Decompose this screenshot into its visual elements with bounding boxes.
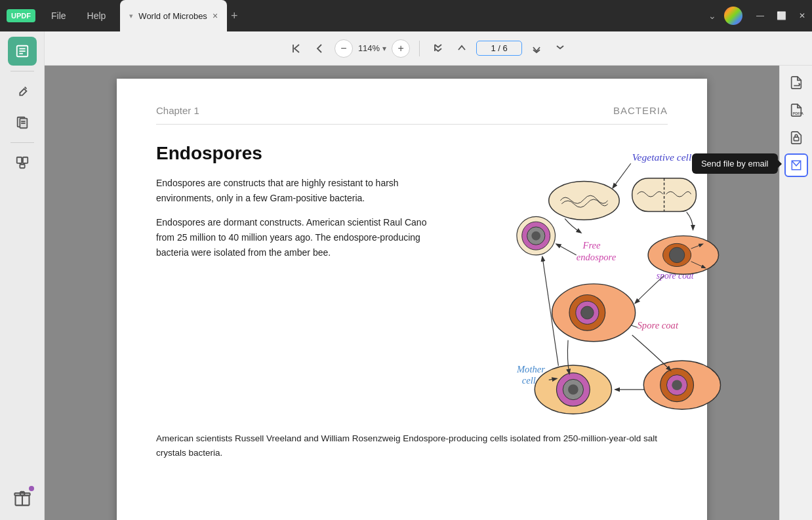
tab-bar: ▾ World of Microbes × + <box>120 0 703 31</box>
zoom-out-button[interactable]: − <box>335 39 353 58</box>
pdfa-icon: PDF/A <box>789 103 803 117</box>
left-sidebar <box>0 31 45 520</box>
protect-button[interactable] <box>784 126 808 150</box>
file-menu[interactable]: File <box>42 7 75 25</box>
protect-icon <box>789 130 803 145</box>
page-down-icon <box>531 43 542 54</box>
paragraph-3: American scientists Russell Vreeland and… <box>156 431 668 461</box>
scroll-up-icon <box>433 43 443 54</box>
prev-page-icon <box>315 43 325 54</box>
svg-rect-11 <box>20 165 24 169</box>
toolbar: − 114% ▾ + 1 / <box>45 31 812 66</box>
zoom-dropdown-arrow[interactable]: ▾ <box>382 44 386 53</box>
app-logo: UPDF <box>0 0 42 31</box>
page-content: Endospores Endospores are constructs tha… <box>156 143 668 421</box>
svg-text:Spore coat: Spore coat <box>638 320 679 330</box>
svg-line-28 <box>556 244 576 255</box>
maximize-button[interactable]: ⬜ <box>771 6 791 26</box>
gift-notification-dot <box>29 486 34 491</box>
tab-title: World of Microbes <box>138 11 207 21</box>
content-area: Chapter 1 BACTERIA Endospores Endospores… <box>45 66 812 520</box>
convert-icon <box>789 75 803 90</box>
gift-icon <box>13 489 31 507</box>
tabs-dropdown-button[interactable]: ⌄ <box>703 8 721 24</box>
sidebar-highlighter-button[interactable] <box>8 77 37 106</box>
window-controls: — ⬜ ✕ <box>750 6 812 26</box>
sidebar-divider-1 <box>10 71 34 71</box>
titlebar-right: ⌄ <box>703 7 742 25</box>
prev-page-button[interactable] <box>311 39 329 58</box>
scroll-down-button[interactable] <box>551 39 569 58</box>
tab-close-button[interactable]: × <box>213 11 218 20</box>
page-up-icon <box>457 43 467 54</box>
text-column: Endospores Endospores are constructs tha… <box>156 143 438 421</box>
email-button-wrap: Send file by email <box>784 153 808 177</box>
page-up-button[interactable] <box>453 39 471 58</box>
reader-icon <box>15 44 30 58</box>
email-icon <box>790 159 803 172</box>
page-separator: / <box>498 43 500 53</box>
user-avatar[interactable] <box>724 7 742 25</box>
convert-button[interactable] <box>784 71 808 94</box>
scroll-down-icon <box>555 43 565 54</box>
page-current: 1 <box>491 43 495 53</box>
highlighter-icon <box>15 84 30 98</box>
pdfa-button[interactable]: PDF/A <box>784 98 808 122</box>
right-sidebar: PDF/A Send file by email <box>779 66 812 520</box>
paragraph-1: Endospores are constructs that are highl… <box>156 176 438 206</box>
close-button[interactable]: ✕ <box>792 6 812 26</box>
svg-rect-10 <box>22 157 27 163</box>
page-header: Chapter 1 BACTERIA <box>156 105 668 116</box>
zoom-level: 114% <box>358 43 380 53</box>
new-tab-button[interactable]: + <box>231 9 238 23</box>
endospore-illustration: Vegetative cell <box>459 143 735 418</box>
pdf-viewport[interactable]: Chapter 1 BACTERIA Endospores Endospores… <box>45 66 779 520</box>
merge-icon <box>15 155 30 170</box>
svg-point-54 <box>672 380 682 390</box>
active-tab[interactable]: ▾ World of Microbes × <box>120 0 227 31</box>
page-total: 6 <box>503 43 508 53</box>
paragraph-2: Endospores are dormant constructs. Ameri… <box>156 215 438 260</box>
section-label: BACTERIA <box>613 105 668 116</box>
titlebar: UPDF File Help ▾ World of Microbes × + ⌄… <box>0 0 812 31</box>
svg-point-20 <box>549 182 619 220</box>
svg-line-21 <box>613 163 630 188</box>
scroll-up-button[interactable] <box>429 39 447 58</box>
svg-text:Free: Free <box>582 240 601 250</box>
sidebar-pages-button[interactable] <box>8 108 37 137</box>
send-email-button[interactable] <box>784 153 808 177</box>
header-divider <box>156 124 668 125</box>
minimize-button[interactable]: — <box>750 6 770 26</box>
page-title: Endospores <box>156 143 438 164</box>
svg-rect-16 <box>14 493 30 496</box>
illustration-column: Vegetative cell <box>459 143 735 421</box>
first-page-button[interactable] <box>287 39 306 58</box>
pages-icon <box>15 115 30 130</box>
svg-line-4 <box>24 87 26 89</box>
gift-button[interactable] <box>8 483 37 512</box>
svg-rect-57 <box>794 137 798 141</box>
svg-point-49 <box>568 384 579 395</box>
menu-bar: File Help <box>42 7 115 25</box>
pdf-page: Chapter 1 BACTERIA Endospores Endospores… <box>117 79 707 520</box>
svg-text:Mother: Mother <box>516 364 545 374</box>
svg-text:Vegetative cell: Vegetative cell <box>632 151 692 163</box>
first-page-icon <box>291 43 302 54</box>
sidebar-merge-button[interactable] <box>8 148 37 177</box>
main-layout: − 114% ▾ + 1 / <box>0 31 812 520</box>
svg-rect-9 <box>16 157 21 163</box>
sidebar-reader-button[interactable] <box>8 37 37 66</box>
page-down-button[interactable] <box>527 39 546 58</box>
tab-dropdown-arrow: ▾ <box>129 12 133 20</box>
svg-point-27 <box>531 231 540 241</box>
zoom-in-button[interactable]: + <box>392 39 410 58</box>
send-email-tooltip: Send file by email <box>692 153 778 174</box>
svg-point-43 <box>581 306 594 319</box>
svg-point-35 <box>669 247 684 262</box>
svg-text:endospore: endospore <box>577 252 617 262</box>
toolbar-separator-1 <box>419 41 420 56</box>
updf-logo-text: UPDF <box>7 9 35 22</box>
sidebar-divider-2 <box>10 142 34 143</box>
help-menu[interactable]: Help <box>78 7 115 25</box>
chapter-label: Chapter 1 <box>156 105 199 116</box>
